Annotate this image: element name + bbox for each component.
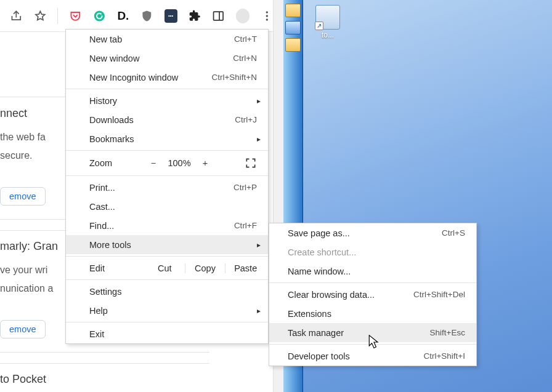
- shortcut-icon: ↗: [315, 5, 340, 30]
- desktop-shortcut[interactable]: ↗ to...: [308, 5, 347, 39]
- taskbar-button[interactable]: [285, 38, 301, 52]
- menu-downloads[interactable]: DownloadsCtrl+J: [66, 110, 268, 129]
- taskbar-button[interactable]: [285, 21, 301, 34]
- remove-button[interactable]: emove: [0, 320, 46, 338]
- bitwarden-icon[interactable]: •••: [164, 9, 177, 23]
- menu-separator: [66, 89, 268, 89]
- menu-separator: [66, 279, 268, 280]
- menu-new-window[interactable]: New windowCtrl+N: [66, 49, 268, 68]
- svg-point-5: [266, 18, 268, 20]
- shortcut-overlay-icon: ↗: [315, 22, 323, 30]
- submenu-extensions[interactable]: Extensions: [269, 304, 476, 323]
- svg-rect-1: [214, 12, 223, 20]
- remove-button[interactable]: emove: [0, 187, 46, 206]
- sidepanel-icon[interactable]: [212, 9, 225, 23]
- pocket-icon[interactable]: [69, 9, 82, 23]
- submenu-save-page-as[interactable]: Save page as...Ctrl+S: [269, 223, 476, 242]
- submenu-create-shortcut: Create shortcut...: [269, 242, 476, 262]
- extensions-puzzle-icon[interactable]: [189, 9, 201, 23]
- menu-separator: [269, 282, 476, 283]
- menu-separator: [66, 256, 268, 257]
- menu-settings[interactable]: Settings: [66, 282, 268, 301]
- cut-button[interactable]: Cut: [145, 263, 185, 273]
- ublock-icon[interactable]: [140, 9, 153, 23]
- copy-button[interactable]: Copy: [185, 263, 225, 273]
- zoom-out-button[interactable]: −: [145, 158, 162, 168]
- menu-separator: [66, 150, 268, 151]
- profile-avatar[interactable]: [236, 9, 250, 23]
- card-heading: nnect: [0, 107, 27, 120]
- menu-more-tools[interactable]: More tools: [66, 235, 268, 254]
- card-text: nunication a: [0, 283, 53, 294]
- card-text: the web fa: [0, 132, 46, 143]
- card-text: secure.: [0, 150, 32, 161]
- svg-point-0: [94, 10, 105, 21]
- submenu-clear-browsing-data[interactable]: Clear browsing data...Ctrl+Shift+Del: [269, 285, 476, 304]
- kebab-menu-icon[interactable]: [261, 9, 274, 23]
- menu-print[interactable]: Print...Ctrl+P: [66, 178, 268, 197]
- paste-button[interactable]: Paste: [225, 263, 266, 273]
- star-icon[interactable]: [34, 9, 47, 23]
- card-heading: to Pocket: [0, 373, 46, 386]
- submenu-name-window[interactable]: Name window...: [269, 262, 476, 281]
- menu-help[interactable]: Help: [66, 301, 268, 320]
- menu-bookmarks[interactable]: Bookmarks: [66, 129, 268, 148]
- chrome-main-menu: New tabCtrl+T New windowCtrl+N New Incog…: [65, 29, 269, 344]
- card-text: ve your wri: [0, 265, 47, 276]
- grammarly-icon[interactable]: [93, 9, 106, 23]
- card-heading: marly: Gran: [0, 240, 58, 253]
- menu-cast[interactable]: Cast...: [66, 197, 268, 216]
- shortcut-label: to...: [322, 31, 334, 39]
- menu-zoom-row: Zoom − 100% +: [66, 153, 268, 174]
- toolbar-separator: [57, 8, 58, 24]
- darkreader-d-icon[interactable]: D.: [117, 9, 130, 23]
- zoom-label: Zoom: [89, 158, 145, 168]
- menu-history[interactable]: History: [66, 91, 268, 110]
- zoom-percent: 100%: [162, 158, 197, 168]
- menu-new-incognito[interactable]: New Incognito windowCtrl+Shift+N: [66, 68, 268, 87]
- menu-edit-row: Edit Cut Copy Paste: [66, 258, 268, 278]
- menu-find[interactable]: Find...Ctrl+F: [66, 216, 268, 235]
- menu-exit[interactable]: Exit: [66, 324, 268, 343]
- svg-point-4: [266, 15, 268, 17]
- menu-separator: [66, 175, 268, 176]
- browser-toolbar: D. •••: [0, 0, 283, 32]
- taskbar-button[interactable]: [285, 4, 301, 17]
- share-icon[interactable]: [10, 9, 23, 23]
- menu-separator: [66, 322, 268, 322]
- svg-point-3: [266, 11, 268, 13]
- zoom-in-button[interactable]: +: [197, 158, 214, 168]
- menu-new-tab[interactable]: New tabCtrl+T: [66, 30, 268, 49]
- edit-label: Edit: [89, 263, 145, 273]
- mouse-cursor-icon: [368, 335, 380, 350]
- fullscreen-icon[interactable]: [245, 157, 257, 169]
